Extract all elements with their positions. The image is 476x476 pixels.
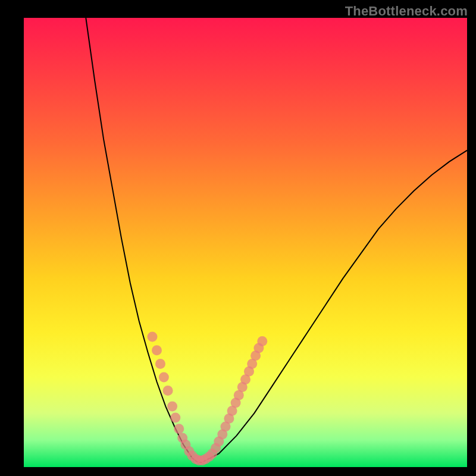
highlight-dot xyxy=(148,332,158,342)
highlight-dot xyxy=(155,359,165,369)
watermark-text: TheBottleneck.com xyxy=(345,4,468,19)
chart-svg xyxy=(24,18,467,467)
left-curve xyxy=(86,18,201,463)
highlight-dot xyxy=(159,372,169,383)
highlight-dot xyxy=(152,345,162,355)
right-curve xyxy=(201,151,467,463)
curve-group xyxy=(86,18,467,463)
dot-group xyxy=(148,332,268,466)
plot-area xyxy=(24,18,467,467)
highlight-dot xyxy=(257,336,267,346)
chart-frame: TheBottleneck.com xyxy=(0,0,476,476)
highlight-dot xyxy=(163,386,173,396)
highlight-dot xyxy=(174,424,184,434)
highlight-dot xyxy=(170,413,180,423)
highlight-dot xyxy=(167,402,177,412)
